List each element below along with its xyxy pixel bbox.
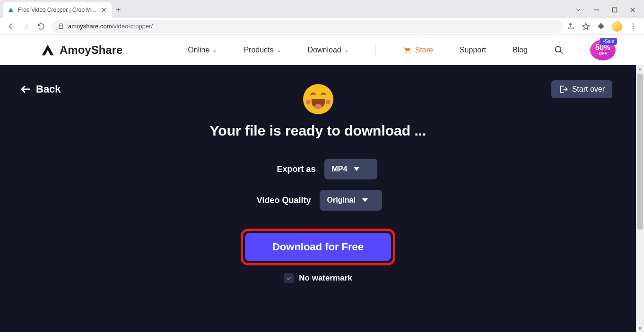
star-icon[interactable] [582, 22, 590, 31]
arrow-left-icon [20, 84, 31, 95]
tab-title: Free Video Cropper | Crop MP4 O [18, 7, 97, 13]
profile-avatar[interactable] [612, 21, 622, 32]
check-icon [286, 275, 292, 281]
back-label: Back [36, 83, 61, 95]
back-icon[interactable] [7, 22, 15, 31]
emoji-happy-icon [303, 84, 333, 114]
svg-point-2 [633, 26, 634, 27]
search-icon [554, 45, 564, 55]
quality-label: Video Quality [254, 196, 311, 205]
nav-online[interactable]: Online⌄ [188, 46, 217, 54]
favicon-amoyshare [8, 7, 14, 13]
scroll-up-icon[interactable]: ▲ [636, 66, 644, 71]
minimize-icon[interactable] [594, 7, 600, 13]
nav-store[interactable]: Store [402, 46, 433, 54]
start-over-button[interactable]: Start over [551, 80, 612, 98]
scroll-down-icon[interactable]: ▼ [636, 326, 644, 331]
main-nav: Online⌄ Products⌄ Download⌄ Store Suppor… [188, 40, 616, 60]
video-quality-select[interactable]: Original [320, 190, 382, 211]
export-label: Export as [259, 164, 316, 174]
export-row: Export as MP4 [0, 159, 636, 179]
nav-download[interactable]: Download⌄ [308, 46, 349, 54]
address-bar: amoyshare.com/video-cropper/ [0, 18, 644, 35]
logo[interactable]: AmoyShare [41, 43, 122, 57]
url-text: amoyshare.com/video-cropper/ [68, 23, 153, 30]
start-over-label: Start over [572, 85, 605, 94]
window-controls [575, 7, 642, 13]
dropdown-arrow-icon [354, 167, 359, 171]
export-format-value: MP4 [332, 165, 348, 173]
url-field[interactable]: amoyshare.com/video-cropper/ [52, 20, 563, 33]
close-tab-icon[interactable]: ✕ [101, 6, 107, 14]
maximize-icon[interactable] [612, 7, 618, 13]
page-headline: Your file is ready to download ... [0, 123, 636, 139]
chevron-down-icon: ⌄ [277, 47, 281, 53]
menu-dots-icon[interactable] [629, 22, 637, 31]
svg-point-5 [409, 52, 409, 53]
logo-text: AmoyShare [60, 43, 122, 57]
cta-wrap: Download for Free No watermark [0, 229, 636, 283]
lock-icon [58, 23, 64, 30]
no-watermark-checkbox[interactable] [284, 273, 294, 283]
nav-divider [375, 43, 376, 57]
browser-tab[interactable]: Free Video Cropper | Crop MP4 O ✕ [3, 2, 112, 18]
extensions-icon[interactable] [597, 22, 605, 31]
sale-percent: 50% [595, 44, 610, 51]
svg-point-1 [633, 23, 634, 25]
reload-icon[interactable] [37, 22, 45, 31]
forward-icon[interactable] [22, 22, 30, 31]
quality-row: Video Quality Original [0, 190, 636, 211]
site-header: AmoyShare Online⌄ Products⌄ Download⌄ St… [0, 35, 644, 65]
scrollbar-thumb[interactable] [637, 74, 643, 230]
exit-icon [559, 85, 568, 94]
svg-rect-0 [613, 8, 617, 12]
sale-off: OFF [599, 51, 607, 56]
sale-pill: •Sale [600, 38, 617, 45]
chevron-down-icon[interactable] [575, 7, 582, 13]
search-button[interactable] [554, 45, 564, 55]
svg-point-6 [556, 46, 561, 52]
no-watermark-row: No watermark [284, 273, 352, 283]
close-window-icon[interactable] [630, 7, 635, 13]
nav-blog[interactable]: Blog [513, 46, 528, 54]
annotation-highlight: Download for Free [241, 229, 395, 265]
scrollbar[interactable]: ▲ ▼ [636, 65, 644, 332]
video-quality-value: Original [327, 196, 356, 204]
share-icon[interactable] [566, 22, 575, 31]
nav-products[interactable]: Products⌄ [244, 46, 281, 54]
no-watermark-label: No watermark [299, 273, 352, 283]
chevron-down-icon: ⌄ [212, 47, 217, 53]
cart-icon [402, 46, 412, 54]
sale-badge[interactable]: 50% OFF •Sale [590, 40, 616, 60]
export-format-select[interactable]: MP4 [324, 159, 377, 179]
svg-point-3 [633, 28, 634, 29]
back-button[interactable]: Back [20, 83, 61, 95]
svg-point-4 [406, 52, 407, 53]
chevron-down-icon: ⌄ [344, 47, 349, 53]
new-tab-button[interactable]: + [115, 5, 121, 15]
nav-support[interactable]: Support [460, 46, 486, 54]
main-area: ▲ ▼ Back Start over Your file is ready t… [0, 65, 644, 332]
dropdown-arrow-icon [362, 198, 368, 202]
logo-icon [41, 43, 55, 57]
download-for-free-button[interactable]: Download for Free [245, 233, 391, 261]
tab-bar: Free Video Cropper | Crop MP4 O ✕ + [0, 0, 644, 18]
